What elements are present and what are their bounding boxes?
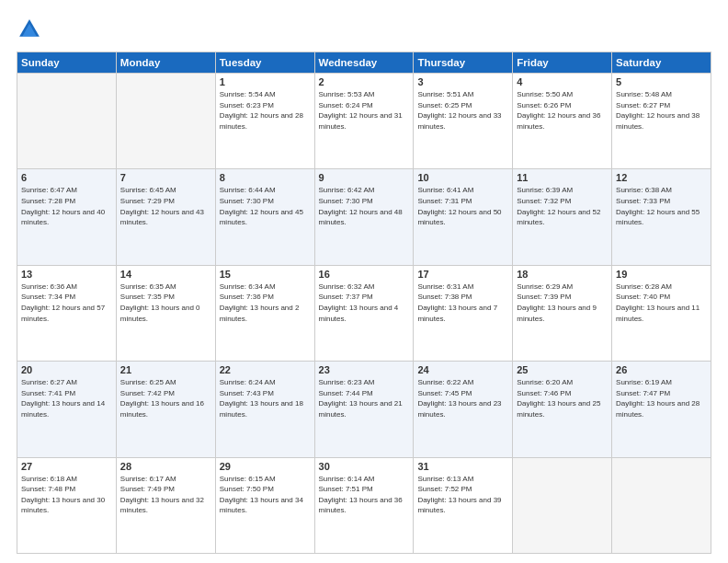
day-info: Sunrise: 6:41 AMSunset: 7:31 PMDaylight:… xyxy=(417,185,508,227)
calendar-cell: 5Sunrise: 5:48 AMSunset: 6:27 PMDaylight… xyxy=(612,74,711,169)
day-info: Sunrise: 5:54 AMSunset: 6:23 PMDaylight:… xyxy=(220,89,311,132)
day-info: Sunrise: 6:39 AMSunset: 7:32 PMDaylight:… xyxy=(517,185,608,227)
day-info: Sunrise: 5:53 AMSunset: 6:24 PMDaylight:… xyxy=(319,89,410,132)
day-number: 11 xyxy=(517,172,608,183)
weekday-header: Sunday xyxy=(17,52,117,74)
day-number: 6 xyxy=(21,172,112,183)
calendar-cell: 19Sunrise: 6:28 AMSunset: 7:40 PMDayligh… xyxy=(612,265,711,361)
weekday-header: Saturday xyxy=(612,52,711,74)
calendar-cell: 22Sunrise: 6:24 AMSunset: 7:43 PMDayligh… xyxy=(215,362,314,457)
calendar-cell: 16Sunrise: 6:32 AMSunset: 7:37 PMDayligh… xyxy=(314,265,414,361)
day-number: 22 xyxy=(220,364,311,375)
day-number: 9 xyxy=(319,172,410,183)
day-info: Sunrise: 6:15 AMSunset: 7:50 PMDaylight:… xyxy=(220,474,311,516)
logo-icon xyxy=(17,17,42,42)
header xyxy=(17,17,711,42)
day-info: Sunrise: 6:38 AMSunset: 7:33 PMDaylight:… xyxy=(616,185,707,227)
day-number: 21 xyxy=(120,364,211,375)
day-info: Sunrise: 6:34 AMSunset: 7:36 PMDaylight:… xyxy=(220,282,311,324)
day-number: 28 xyxy=(120,461,211,472)
day-number: 7 xyxy=(120,172,211,183)
calendar-week-row: 20Sunrise: 6:27 AMSunset: 7:41 PMDayligh… xyxy=(17,362,711,457)
day-info: Sunrise: 5:50 AMSunset: 6:26 PMDaylight:… xyxy=(517,89,608,132)
calendar-cell: 20Sunrise: 6:27 AMSunset: 7:41 PMDayligh… xyxy=(17,362,117,457)
calendar-cell: 28Sunrise: 6:17 AMSunset: 7:49 PMDayligh… xyxy=(116,457,215,553)
calendar-cell: 31Sunrise: 6:13 AMSunset: 7:52 PMDayligh… xyxy=(414,457,513,553)
calendar-week-row: 27Sunrise: 6:18 AMSunset: 7:48 PMDayligh… xyxy=(17,457,711,553)
calendar-cell: 7Sunrise: 6:45 AMSunset: 7:29 PMDaylight… xyxy=(116,169,215,265)
day-number: 19 xyxy=(616,269,707,280)
weekday-header: Wednesday xyxy=(314,52,414,74)
calendar-cell: 17Sunrise: 6:31 AMSunset: 7:38 PMDayligh… xyxy=(414,265,513,361)
day-info: Sunrise: 6:44 AMSunset: 7:30 PMDaylight:… xyxy=(220,185,311,227)
day-number: 13 xyxy=(21,269,112,280)
calendar-cell: 14Sunrise: 6:35 AMSunset: 7:35 PMDayligh… xyxy=(116,265,215,361)
day-number: 4 xyxy=(517,76,608,87)
day-info: Sunrise: 5:51 AMSunset: 6:25 PMDaylight:… xyxy=(417,89,508,132)
page: SundayMondayTuesdayWednesdayThursdayFrid… xyxy=(0,0,728,563)
calendar-cell: 29Sunrise: 6:15 AMSunset: 7:50 PMDayligh… xyxy=(215,457,314,553)
calendar-week-row: 6Sunrise: 6:47 AMSunset: 7:28 PMDaylight… xyxy=(17,169,711,265)
calendar-cell xyxy=(513,457,612,553)
weekday-header: Friday xyxy=(513,52,612,74)
day-number: 5 xyxy=(616,76,707,87)
calendar-week-row: 13Sunrise: 6:36 AMSunset: 7:34 PMDayligh… xyxy=(17,265,711,361)
day-number: 3 xyxy=(417,76,508,87)
day-info: Sunrise: 6:23 AMSunset: 7:44 PMDaylight:… xyxy=(319,377,410,419)
day-info: Sunrise: 6:28 AMSunset: 7:40 PMDaylight:… xyxy=(616,282,707,324)
day-info: Sunrise: 6:36 AMSunset: 7:34 PMDaylight:… xyxy=(21,282,112,324)
calendar-cell: 6Sunrise: 6:47 AMSunset: 7:28 PMDaylight… xyxy=(17,169,117,265)
calendar-cell: 12Sunrise: 6:38 AMSunset: 7:33 PMDayligh… xyxy=(612,169,711,265)
calendar-cell: 9Sunrise: 6:42 AMSunset: 7:30 PMDaylight… xyxy=(314,169,414,265)
day-info: Sunrise: 6:14 AMSunset: 7:51 PMDaylight:… xyxy=(319,474,410,516)
calendar-cell: 8Sunrise: 6:44 AMSunset: 7:30 PMDaylight… xyxy=(215,169,314,265)
day-info: Sunrise: 6:47 AMSunset: 7:28 PMDaylight:… xyxy=(21,185,112,227)
day-number: 2 xyxy=(319,76,410,87)
day-number: 15 xyxy=(220,269,311,280)
calendar-cell: 21Sunrise: 6:25 AMSunset: 7:42 PMDayligh… xyxy=(116,362,215,457)
calendar-cell: 3Sunrise: 5:51 AMSunset: 6:25 PMDaylight… xyxy=(414,74,513,169)
day-number: 20 xyxy=(21,364,112,375)
day-number: 8 xyxy=(220,172,311,183)
day-info: Sunrise: 6:22 AMSunset: 7:45 PMDaylight:… xyxy=(417,377,508,419)
calendar-cell: 30Sunrise: 6:14 AMSunset: 7:51 PMDayligh… xyxy=(314,457,414,553)
day-info: Sunrise: 6:25 AMSunset: 7:42 PMDaylight:… xyxy=(120,377,211,419)
calendar-cell xyxy=(116,74,215,169)
calendar-cell: 25Sunrise: 6:20 AMSunset: 7:46 PMDayligh… xyxy=(513,362,612,457)
calendar-cell xyxy=(17,74,117,169)
day-number: 30 xyxy=(319,461,410,472)
calendar-cell: 27Sunrise: 6:18 AMSunset: 7:48 PMDayligh… xyxy=(17,457,117,553)
calendar-cell: 4Sunrise: 5:50 AMSunset: 6:26 PMDaylight… xyxy=(513,74,612,169)
day-number: 10 xyxy=(417,172,508,183)
day-number: 27 xyxy=(21,461,112,472)
day-number: 23 xyxy=(319,364,410,375)
calendar-cell: 10Sunrise: 6:41 AMSunset: 7:31 PMDayligh… xyxy=(414,169,513,265)
day-info: Sunrise: 6:20 AMSunset: 7:46 PMDaylight:… xyxy=(517,377,608,419)
day-info: Sunrise: 6:29 AMSunset: 7:39 PMDaylight:… xyxy=(517,282,608,324)
calendar-cell: 18Sunrise: 6:29 AMSunset: 7:39 PMDayligh… xyxy=(513,265,612,361)
weekday-header: Tuesday xyxy=(215,52,314,74)
calendar-table: SundayMondayTuesdayWednesdayThursdayFrid… xyxy=(17,52,711,554)
day-info: Sunrise: 6:24 AMSunset: 7:43 PMDaylight:… xyxy=(220,377,311,419)
weekday-header-row: SundayMondayTuesdayWednesdayThursdayFrid… xyxy=(17,52,711,74)
day-number: 1 xyxy=(220,76,311,87)
calendar-cell: 15Sunrise: 6:34 AMSunset: 7:36 PMDayligh… xyxy=(215,265,314,361)
calendar-week-row: 1Sunrise: 5:54 AMSunset: 6:23 PMDaylight… xyxy=(17,74,711,169)
calendar-cell xyxy=(612,457,711,553)
day-info: Sunrise: 6:19 AMSunset: 7:47 PMDaylight:… xyxy=(616,377,707,419)
day-number: 26 xyxy=(616,364,707,375)
calendar-cell: 1Sunrise: 5:54 AMSunset: 6:23 PMDaylight… xyxy=(215,74,314,169)
calendar-cell: 26Sunrise: 6:19 AMSunset: 7:47 PMDayligh… xyxy=(612,362,711,457)
weekday-header: Monday xyxy=(116,52,215,74)
day-info: Sunrise: 6:32 AMSunset: 7:37 PMDaylight:… xyxy=(319,282,410,324)
day-info: Sunrise: 5:48 AMSunset: 6:27 PMDaylight:… xyxy=(616,89,707,132)
day-info: Sunrise: 6:27 AMSunset: 7:41 PMDaylight:… xyxy=(21,377,112,419)
day-number: 25 xyxy=(517,364,608,375)
weekday-header: Thursday xyxy=(414,52,513,74)
day-number: 16 xyxy=(319,269,410,280)
calendar-cell: 23Sunrise: 6:23 AMSunset: 7:44 PMDayligh… xyxy=(314,362,414,457)
logo xyxy=(17,17,46,42)
calendar-cell: 2Sunrise: 5:53 AMSunset: 6:24 PMDaylight… xyxy=(314,74,414,169)
calendar-cell: 13Sunrise: 6:36 AMSunset: 7:34 PMDayligh… xyxy=(17,265,117,361)
day-number: 18 xyxy=(517,269,608,280)
